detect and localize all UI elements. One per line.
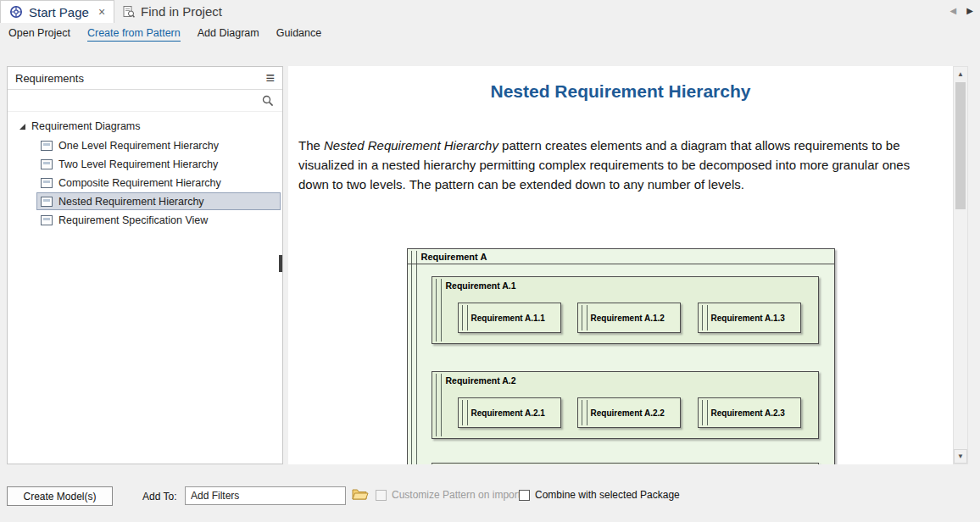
tree-item[interactable]: Two Level Requirement Hierarchy (36, 155, 281, 173)
search-icon[interactable] (262, 95, 274, 107)
tab-bar: Start Page × Find in Project ◀ ▶ (0, 0, 980, 23)
tab-label: Find in Project (141, 4, 222, 19)
start-page-icon (9, 5, 23, 19)
tree-item-label: Two Level Requirement Hierarchy (58, 158, 218, 170)
requirement-box-group: Requirement A.1 Requirement A.1.1 Requir… (432, 276, 819, 344)
scroll-down-icon[interactable]: ▼ (954, 449, 967, 464)
page-title: Nested Requirement Hierarchy (288, 81, 953, 102)
folder-icon (352, 487, 369, 502)
create-models-button[interactable]: Create Model(s) (7, 486, 113, 506)
pattern-description-text: The Nested Requirement Hierarchy pattern… (298, 136, 941, 194)
tree-item-label: Nested Requirement Hierarchy (58, 196, 204, 208)
compartment-separator (408, 264, 834, 264)
pattern-search-row (8, 90, 282, 112)
requirement-label: Requirement A.1 (432, 277, 818, 291)
diagram-icon (41, 215, 53, 225)
start-page-toolbar: Open Project Create from Pattern Add Dia… (0, 23, 980, 45)
checkbox-icon (376, 490, 387, 501)
scrollbar-thumb[interactable] (955, 82, 966, 209)
toolbar-item-open-project[interactable]: Open Project (8, 27, 70, 42)
paragraph-prefix: The (298, 138, 324, 153)
requirement-label: Requirement A (408, 249, 834, 262)
toolbar-item-guidance[interactable]: Guidance (276, 27, 322, 42)
panel-scrollbar-thumb[interactable] (279, 255, 282, 272)
requirement-diagram-image: Requirement A Requirement A.1 Requiremen… (407, 248, 835, 464)
paragraph-emphasis: Nested Requirement Hierarchy (324, 138, 498, 153)
requirement-box-leaf: Requirement A.1.1 (458, 303, 561, 333)
requirement-box-leaf: Requirement A.2.1 (458, 397, 561, 428)
requirement-box-leaf: Requirement A.1.3 (698, 303, 801, 333)
checkbox-icon[interactable] (519, 490, 530, 501)
tree-item[interactable]: Requirement Specification View (36, 211, 281, 229)
pattern-panel-header: Requirements ≡ (8, 67, 282, 90)
pattern-tree: Requirement Diagrams One Level Requireme… (8, 112, 282, 229)
tree-item-label: Composite Requirement Hierarchy (58, 177, 221, 189)
tree-item-selected[interactable]: Nested Requirement Hierarchy (36, 192, 281, 210)
tab-scroll-right-icon[interactable]: ▶ (966, 6, 973, 15)
toolbar-item-create-from-pattern[interactable]: Create from Pattern (87, 27, 181, 42)
add-to-input[interactable] (185, 486, 346, 505)
requirement-box-leaf: Requirement A.2.2 (577, 397, 681, 428)
tree-root-requirement-diagrams[interactable]: Requirement Diagrams (8, 117, 282, 136)
toolbar-item-add-diagram[interactable]: Add Diagram (198, 27, 259, 42)
combine-package-checkbox[interactable]: Combine with selected Package (519, 489, 680, 501)
browse-folder-button[interactable] (351, 487, 369, 504)
requirement-box-leaf: Requirement A.1.2 (577, 303, 681, 333)
diagram-icon (41, 141, 53, 151)
add-to-label: Add To: (142, 491, 176, 503)
tree-item-label: Requirement Specification View (58, 214, 208, 226)
start-page-window: Start Page × Find in Project ◀ ▶ Open Pr… (0, 0, 980, 522)
tab-label: Start Page (29, 5, 89, 19)
tree-item[interactable]: Composite Requirement Hierarchy (36, 174, 281, 192)
close-icon[interactable]: × (98, 6, 105, 18)
scroll-up-icon[interactable]: ▲ (954, 67, 967, 81)
tab-scroll-nav: ◀ ▶ (950, 6, 973, 15)
requirement-box-group: Requirement A.2 Requirement A.2.1 Requir… (432, 371, 819, 439)
bottom-action-bar: Create Model(s) Add To: Customize Patter… (0, 464, 980, 522)
tab-find-in-project[interactable]: Find in Project (114, 0, 231, 23)
pattern-panel: Requirements ≡ Requirement Diagrams One … (7, 66, 283, 464)
tree-root-label: Requirement Diagrams (31, 120, 141, 132)
diagram-icon (41, 178, 53, 188)
expander-icon[interactable] (19, 124, 25, 130)
tab-scroll-left-icon[interactable]: ◀ (950, 6, 957, 15)
menu-icon[interactable]: ≡ (265, 70, 275, 86)
document-scrollbar[interactable]: ▲ ▼ (953, 66, 968, 464)
requirement-label: Requirement A.2 (432, 372, 818, 386)
customize-pattern-label: Customize Pattern on import (392, 489, 521, 501)
customize-pattern-checkbox: Customize Pattern on import (376, 489, 521, 501)
requirement-box-root: Requirement A Requirement A.1 Requiremen… (407, 248, 835, 464)
tab-start-page[interactable]: Start Page × (0, 0, 114, 23)
pattern-description-panel: Nested Requirement Hierarchy The Nested … (288, 66, 953, 464)
diagram-icon (41, 197, 53, 207)
requirement-box-leaf: Requirement A.2.3 (698, 397, 801, 428)
combine-package-label: Combine with selected Package (535, 489, 680, 501)
pattern-group-title: Requirements (15, 72, 84, 85)
tree-item-label: One Level Requirement Hierarchy (58, 140, 219, 152)
find-in-project-icon (123, 5, 135, 19)
tree-item[interactable]: One Level Requirement Hierarchy (36, 136, 281, 154)
diagram-icon (41, 159, 53, 169)
